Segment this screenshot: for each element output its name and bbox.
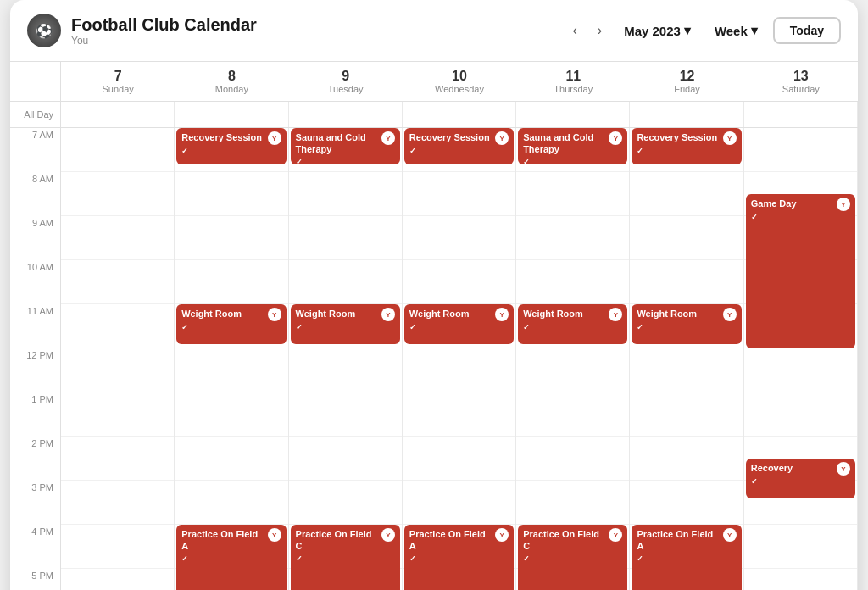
time-slot-9-am: 9 AM	[10, 216, 60, 260]
time-slot-12-pm: 12 PM	[10, 348, 60, 392]
day-column-wednesday[interactable]: Recovery Session Y ✓ Weight Room Y ✓ Pra…	[403, 128, 516, 590]
hour-cell	[630, 260, 743, 304]
days-header: 7Sunday8Monday9Tuesday10Wednesday11Thurs…	[10, 62, 858, 102]
event-title: Practice On Field A	[637, 528, 721, 553]
hour-cell	[61, 437, 174, 481]
hour-cell	[61, 525, 174, 569]
event-icon: Y	[268, 131, 281, 145]
allday-cell-3	[403, 102, 516, 127]
day-column-friday[interactable]: Recovery Session Y ✓ Weight Room Y ✓ Pra…	[630, 128, 743, 590]
event-recovery-fri[interactable]: Recovery Session Y ✓	[632, 128, 741, 164]
calendar-body: 7 AM8 AM9 AM10 AM11 AM12 PM1 PM2 PM3 PM4…	[10, 128, 858, 590]
event-title: Practice On Field A	[181, 528, 265, 553]
hour-cell	[289, 392, 402, 437]
event-weight-tue[interactable]: Weight Room Y ✓	[291, 304, 400, 344]
event-check: ✓	[409, 323, 509, 331]
day-column-thursday[interactable]: Sauna and Cold Therapy Y ✓ Weight Room Y…	[516, 128, 630, 590]
hour-cell	[61, 481, 174, 525]
today-button[interactable]: Today	[773, 17, 841, 44]
month-chevron-icon: ▾	[684, 23, 691, 38]
event-weight-fri[interactable]: Weight Room Y ✓	[632, 304, 741, 344]
calendar-container: ⚽ Football Club Calendar You ‹ › May 202…	[10, 0, 858, 590]
hour-cell	[289, 437, 402, 481]
hour-cell	[61, 216, 174, 260]
hour-cell	[516, 392, 629, 437]
hour-cell	[403, 481, 515, 525]
view-chevron-icon: ▾	[751, 23, 758, 38]
month-year-button[interactable]: May 2023 ▾	[615, 18, 699, 43]
event-weight-wed[interactable]: Weight Room Y ✓	[404, 304, 514, 344]
hour-cell	[630, 348, 743, 392]
event-check: ✓	[751, 477, 850, 486]
event-check: ✓	[181, 554, 281, 563]
event-sauna-thu[interactable]: Sauna and Cold Therapy Y ✓	[518, 128, 627, 164]
allday-cell-5	[630, 102, 743, 127]
allday-row: All Day	[10, 102, 858, 128]
event-practice-tue[interactable]: Practice On Field C Y ✓	[291, 525, 400, 590]
hour-cell	[61, 348, 174, 392]
event-icon: Y	[495, 528, 509, 542]
time-slot-3-pm: 3 PM	[10, 481, 60, 525]
hour-cell	[61, 260, 174, 304]
event-recovery-mon[interactable]: Recovery Session Y ✓	[176, 128, 286, 164]
event-check: ✓	[637, 147, 736, 155]
event-title: Sauna and Cold Therapy	[296, 131, 380, 156]
hour-cell	[744, 128, 857, 172]
event-icon: Y	[723, 528, 737, 542]
event-title: Sauna and Cold Therapy	[523, 131, 607, 156]
hour-cell	[289, 260, 402, 304]
prev-button[interactable]: ‹	[566, 19, 584, 42]
event-check: ✓	[523, 554, 622, 563]
view-label: Week	[715, 24, 748, 38]
hour-cell	[175, 437, 287, 481]
hour-cell	[175, 172, 287, 216]
event-weight-mon[interactable]: Weight Room Y ✓	[176, 304, 286, 344]
hour-cell	[289, 348, 402, 392]
event-icon: Y	[495, 308, 509, 321]
day-column-saturday[interactable]: Game Day Y ✓ Recovery Y ✓	[744, 128, 858, 590]
time-slot-7-am: 7 AM	[10, 128, 60, 172]
event-practice-thu[interactable]: Practice On Field C Y ✓	[518, 525, 627, 590]
day-column-tuesday[interactable]: Sauna and Cold Therapy Y ✓ Weight Room Y…	[289, 128, 403, 590]
allday-cell-2	[289, 102, 403, 127]
time-slot-10-am: 10 AM	[10, 260, 60, 304]
hour-cell	[403, 172, 515, 216]
event-recovery-wed[interactable]: Recovery Session Y ✓	[404, 128, 514, 164]
hour-cell	[630, 216, 743, 260]
hour-cell	[61, 392, 174, 437]
day-header-monday: 8Monday	[175, 62, 288, 101]
event-practice-wed[interactable]: Practice On Field A Y ✓	[404, 525, 514, 590]
event-weight-thu[interactable]: Weight Room Y ✓	[518, 304, 627, 344]
day-column-monday[interactable]: Recovery Session Y ✓ Weight Room Y ✓ Pra…	[175, 128, 288, 590]
avatar: ⚽	[27, 14, 61, 47]
time-slot-2-pm: 2 PM	[10, 437, 60, 481]
avatar-image: ⚽	[27, 14, 61, 47]
event-gameday-sat[interactable]: Game Day Y ✓	[746, 194, 855, 348]
hour-cell	[289, 172, 402, 216]
event-title: Practice On Field A	[409, 528, 493, 553]
event-title: Game Day	[751, 198, 835, 209]
hour-cell	[630, 392, 743, 437]
next-button[interactable]: ›	[591, 19, 609, 42]
event-title: Weight Room	[637, 308, 721, 320]
event-icon: Y	[381, 308, 395, 321]
event-check: ✓	[637, 554, 736, 563]
event-practice-fri[interactable]: Practice On Field A Y ✓	[632, 525, 741, 590]
event-title: Recovery	[751, 462, 835, 474]
event-recovery2-sat[interactable]: Recovery Y ✓	[746, 459, 855, 498]
event-check: ✓	[409, 554, 509, 563]
view-button[interactable]: Week ▾	[706, 18, 766, 43]
hour-cell	[175, 216, 287, 260]
event-sauna-tue[interactable]: Sauna and Cold Therapy Y ✓	[291, 128, 400, 164]
hour-cell	[516, 481, 629, 525]
event-check: ✓	[637, 323, 736, 331]
event-title: Recovery Session	[409, 131, 493, 143]
day-column-sunday[interactable]	[61, 128, 175, 590]
event-check: ✓	[296, 323, 395, 331]
event-icon: Y	[723, 131, 737, 145]
hour-cell	[744, 525, 857, 569]
event-check: ✓	[751, 213, 850, 221]
event-practice-mon[interactable]: Practice On Field A Y ✓	[176, 525, 286, 590]
event-check: ✓	[523, 323, 622, 331]
event-check: ✓	[523, 158, 622, 165]
